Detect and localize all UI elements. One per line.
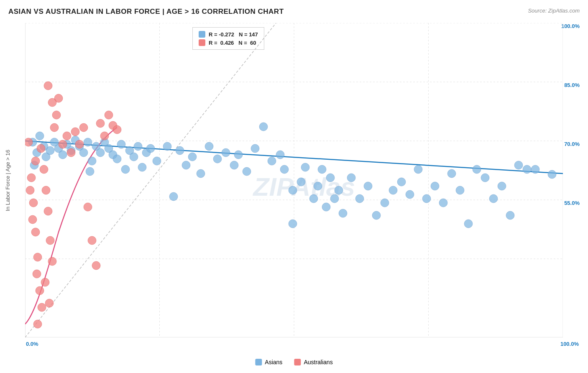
australians-label: Australians: [304, 359, 332, 365]
svg-point-36: [113, 155, 121, 163]
svg-point-137: [26, 186, 34, 194]
svg-point-116: [59, 140, 67, 148]
svg-point-90: [473, 165, 481, 174]
svg-point-68: [318, 165, 326, 174]
svg-point-108: [40, 165, 48, 174]
svg-point-78: [372, 211, 381, 220]
svg-point-101: [29, 199, 38, 207]
asians-color-swatch: [255, 359, 262, 365]
svg-point-104: [33, 270, 41, 278]
svg-point-95: [514, 161, 523, 169]
svg-point-61: [276, 151, 284, 159]
svg-point-121: [71, 128, 79, 136]
svg-point-83: [414, 165, 422, 174]
svg-point-86: [439, 199, 447, 207]
svg-point-87: [447, 169, 456, 178]
svg-point-82: [406, 190, 414, 199]
svg-point-106: [38, 303, 46, 312]
x-label-left: 0.0%: [26, 341, 38, 347]
svg-point-113: [50, 123, 59, 132]
svg-point-53: [213, 155, 222, 163]
svg-point-133: [33, 320, 42, 328]
svg-point-126: [92, 261, 100, 270]
svg-point-50: [188, 153, 197, 161]
svg-point-84: [422, 194, 431, 203]
source-label: Source: ZipAtlas.com: [528, 8, 580, 14]
svg-point-40: [130, 153, 138, 161]
y-label-85: 85.0%: [564, 82, 580, 88]
svg-point-66: [301, 163, 309, 171]
svg-point-107: [37, 144, 45, 153]
svg-point-75: [347, 174, 355, 182]
svg-point-41: [134, 142, 142, 151]
svg-point-57: [243, 167, 251, 176]
svg-point-110: [44, 207, 52, 215]
svg-point-88: [456, 186, 464, 194]
svg-point-91: [481, 174, 489, 182]
svg-line-11: [25, 23, 276, 337]
svg-point-79: [381, 199, 389, 207]
svg-point-128: [100, 132, 109, 140]
svg-point-44: [146, 144, 155, 153]
svg-point-27: [79, 148, 88, 157]
svg-point-70: [322, 203, 330, 211]
svg-point-99: [25, 138, 33, 146]
svg-point-55: [230, 161, 238, 169]
svg-point-48: [176, 146, 184, 155]
svg-point-109: [42, 186, 50, 194]
svg-point-29: [88, 157, 96, 165]
svg-point-80: [389, 186, 397, 194]
y-label-55: 55.0%: [564, 200, 580, 206]
svg-point-118: [67, 148, 75, 157]
svg-point-49: [182, 161, 190, 169]
svg-point-52: [205, 142, 213, 151]
svg-point-92: [489, 194, 498, 203]
svg-point-30: [86, 167, 94, 176]
svg-point-136: [45, 299, 54, 307]
svg-point-96: [523, 165, 531, 174]
svg-point-94: [506, 211, 514, 220]
svg-point-64: [297, 178, 305, 186]
svg-point-32: [96, 148, 105, 157]
svg-point-28: [84, 138, 92, 146]
svg-point-73: [335, 186, 343, 194]
svg-point-132: [31, 157, 40, 165]
svg-point-46: [163, 142, 171, 151]
svg-point-69: [314, 182, 322, 190]
svg-point-93: [498, 182, 506, 190]
svg-point-117: [63, 132, 71, 140]
svg-point-89: [464, 220, 473, 228]
svg-point-98: [548, 170, 556, 179]
bottom-legend: Asians Australians: [255, 359, 332, 365]
svg-point-37: [117, 140, 125, 148]
svg-point-129: [105, 111, 113, 119]
svg-point-77: [364, 182, 372, 190]
svg-point-54: [222, 148, 230, 157]
svg-point-19: [46, 146, 54, 155]
x-label-right: 100.0%: [560, 341, 579, 347]
svg-point-71: [326, 174, 335, 182]
svg-point-72: [330, 194, 339, 203]
svg-point-47: [169, 192, 178, 201]
svg-point-122: [75, 140, 84, 148]
y-label-70: 70.0%: [564, 141, 580, 147]
chart-container: ASIAN VS AUSTRALIAN IN LABOR FORCE | AGE…: [0, 0, 588, 373]
svg-point-120: [48, 98, 56, 107]
svg-point-63: [289, 220, 297, 228]
legend-asians: Asians: [255, 359, 282, 365]
svg-point-81: [397, 178, 406, 186]
svg-point-119: [44, 82, 52, 90]
svg-point-62: [280, 165, 289, 174]
svg-point-85: [431, 182, 439, 190]
svg-point-74: [339, 209, 347, 217]
svg-point-105: [36, 286, 44, 295]
svg-point-38: [121, 165, 130, 174]
svg-point-134: [28, 215, 37, 224]
svg-point-102: [31, 228, 40, 236]
y-label-100: 100.0%: [561, 23, 580, 29]
svg-point-125: [88, 236, 96, 245]
svg-point-97: [531, 165, 539, 174]
svg-point-67: [309, 194, 318, 203]
svg-point-124: [84, 203, 92, 211]
y-axis-label: In Labor Force | Age > 16: [5, 150, 11, 211]
